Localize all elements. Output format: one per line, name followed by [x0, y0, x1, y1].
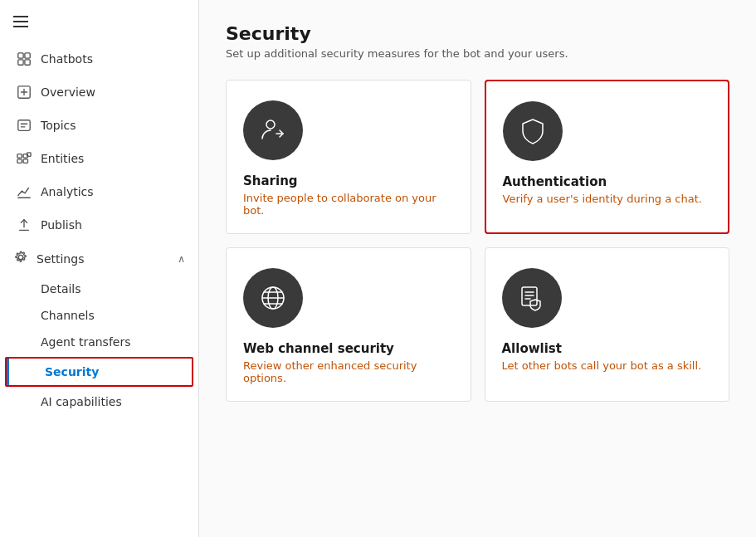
sidebar-item-chatbots-label: Chatbots [41, 52, 93, 66]
allowlist-icon [517, 283, 547, 313]
allowlist-card-title: Allowlist [502, 341, 713, 356]
sharing-icon [258, 115, 288, 145]
allowlist-card[interactable]: Allowlist Let other bots call your bot a… [485, 247, 730, 402]
sidebar-item-topics-label: Topics [41, 119, 76, 132]
svg-rect-3 [18, 53, 23, 58]
svg-rect-6 [25, 60, 30, 65]
sidebar-item-publish-label: Publish [41, 218, 82, 232]
svg-point-22 [266, 120, 275, 129]
settings-section: Settings ∧ Details Channels Agent transf… [0, 242, 198, 415]
authentication-card[interactable]: Authentication Verify a user's identity … [485, 80, 730, 234]
topics-icon [16, 117, 32, 134]
page-title: Security [226, 23, 729, 44]
sidebar-sub-item-agent-transfers[interactable]: Agent transfers [0, 329, 198, 355]
sidebar-item-publish[interactable]: Publish [0, 208, 198, 242]
page-subtitle: Set up additional security measures for … [226, 47, 729, 60]
settings-sub-items: Details Channels Agent transfers Securit… [0, 276, 198, 415]
entities-icon [16, 150, 32, 167]
settings-chevron-icon: ∧ [178, 253, 185, 265]
sidebar: Chatbots Overview Topics Entities Analyt… [0, 0, 199, 537]
sidebar-item-entities-label: Entities [41, 152, 84, 165]
sidebar-item-topics[interactable]: Topics [0, 109, 198, 142]
sharing-card-desc: Invite people to collaborate on your bot… [243, 192, 454, 217]
sharing-card[interactable]: Sharing Invite people to collaborate on … [226, 80, 471, 234]
web-channel-security-card-title: Web channel security [243, 341, 454, 356]
overview-icon [16, 84, 32, 100]
sidebar-item-analytics[interactable]: Analytics [0, 175, 198, 208]
web-channel-security-card-desc: Review other enhanced security options. [243, 359, 454, 384]
svg-rect-13 [17, 154, 22, 159]
web-channel-security-icon [258, 283, 288, 313]
authentication-card-title: Authentication [503, 174, 712, 189]
svg-rect-5 [18, 60, 23, 65]
svg-rect-14 [17, 159, 22, 164]
allowlist-icon-circle [502, 268, 562, 328]
hamburger-button[interactable] [0, 7, 198, 42]
svg-rect-17 [27, 153, 32, 157]
svg-rect-16 [23, 159, 27, 164]
svg-rect-4 [25, 53, 30, 58]
allowlist-card-desc: Let other bots call your bot as a skill. [502, 359, 713, 372]
sidebar-sub-item-security[interactable]: Security [7, 359, 192, 385]
publish-icon [16, 217, 32, 233]
chatbots-icon [16, 51, 32, 67]
authentication-card-desc: Verify a user's identity during a chat. [503, 193, 712, 205]
sharing-icon-circle [243, 100, 303, 160]
svg-point-21 [18, 255, 22, 259]
sidebar-item-overview[interactable]: Overview [0, 76, 198, 109]
main-content: Security Set up additional security meas… [199, 0, 756, 537]
svg-rect-10 [18, 120, 30, 131]
sidebar-item-overview-label: Overview [41, 85, 95, 99]
sidebar-item-chatbots[interactable]: Chatbots [0, 42, 198, 76]
sidebar-sub-item-ai-capabilities[interactable]: AI capabilities [0, 388, 198, 415]
settings-icon [13, 250, 28, 267]
sidebar-item-entities[interactable]: Entities [0, 142, 198, 175]
sidebar-item-analytics-label: Analytics [41, 185, 94, 198]
sidebar-item-settings[interactable]: Settings ∧ [0, 242, 198, 276]
sidebar-item-settings-label: Settings [37, 252, 84, 266]
authentication-icon-circle [503, 101, 563, 161]
web-channel-security-card[interactable]: Web channel security Review other enhanc… [226, 247, 471, 402]
sidebar-sub-item-channels[interactable]: Channels [0, 302, 198, 329]
authentication-icon [518, 116, 548, 146]
sidebar-sub-item-details[interactable]: Details [0, 276, 198, 302]
sharing-card-title: Sharing [243, 173, 454, 188]
web-channel-security-icon-circle [243, 268, 303, 328]
analytics-icon [16, 183, 32, 200]
cards-grid: Sharing Invite people to collaborate on … [226, 80, 729, 402]
svg-rect-29 [522, 287, 537, 305]
